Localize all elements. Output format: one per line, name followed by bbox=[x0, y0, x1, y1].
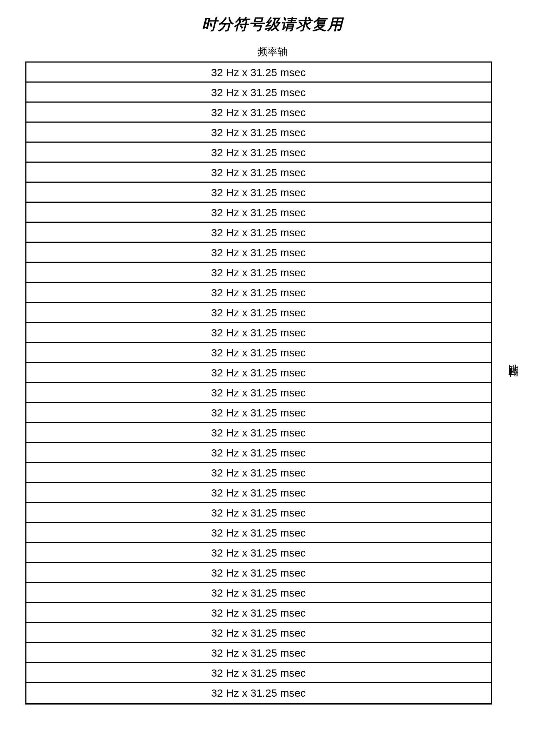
table-row: 32 Hz x 31.25 msec bbox=[26, 683, 491, 703]
table-row: 32 Hz x 31.25 msec bbox=[26, 443, 491, 463]
table-row: 32 Hz x 31.25 msec bbox=[26, 503, 491, 523]
table-row: 32 Hz x 31.25 msec bbox=[26, 343, 491, 363]
table-row: 32 Hz x 31.25 msec bbox=[26, 563, 491, 583]
diagram-title: 时分符号级请求复用 bbox=[14, 14, 531, 34]
frequency-axis-label: 频率轴 bbox=[14, 45, 531, 59]
table-row: 32 Hz x 31.25 msec bbox=[26, 203, 491, 223]
table-row: 32 Hz x 31.25 msec bbox=[26, 463, 491, 483]
table-row: 32 Hz x 31.25 msec bbox=[26, 523, 491, 543]
table-row: 32 Hz x 31.25 msec bbox=[26, 63, 491, 83]
table-row: 32 Hz x 31.25 msec bbox=[26, 83, 491, 103]
table-row: 32 Hz x 31.25 msec bbox=[26, 123, 491, 143]
table-row: 32 Hz x 31.25 msec bbox=[26, 103, 491, 123]
diagram-wrapper: 32 Hz x 31.25 msec32 Hz x 31.25 msec32 H… bbox=[14, 61, 531, 705]
table-row: 32 Hz x 31.25 msec bbox=[26, 263, 491, 283]
table-row: 32 Hz x 31.25 msec bbox=[26, 483, 491, 503]
table-row: 32 Hz x 31.25 msec bbox=[26, 603, 491, 623]
table-row: 32 Hz x 31.25 msec bbox=[26, 303, 491, 323]
table-row: 32 Hz x 31.25 msec bbox=[26, 183, 491, 203]
table-row: 32 Hz x 31.25 msec bbox=[26, 363, 491, 383]
time-axis-label: 时间轴 bbox=[506, 381, 520, 385]
table-row: 32 Hz x 31.25 msec bbox=[26, 543, 491, 563]
table-row: 32 Hz x 31.25 msec bbox=[26, 663, 491, 683]
table-row: 32 Hz x 31.25 msec bbox=[26, 323, 491, 343]
table-row: 32 Hz x 31.25 msec bbox=[26, 243, 491, 263]
table-row: 32 Hz x 31.25 msec bbox=[26, 643, 491, 663]
table-row: 32 Hz x 31.25 msec bbox=[26, 583, 491, 603]
table-row: 32 Hz x 31.25 msec bbox=[26, 383, 491, 403]
table-row: 32 Hz x 31.25 msec bbox=[26, 403, 491, 423]
table-row: 32 Hz x 31.25 msec bbox=[26, 163, 491, 183]
table-row: 32 Hz x 31.25 msec bbox=[26, 223, 491, 243]
table-row: 32 Hz x 31.25 msec bbox=[26, 623, 491, 643]
table-row: 32 Hz x 31.25 msec bbox=[26, 143, 491, 163]
time-frequency-table: 32 Hz x 31.25 msec32 Hz x 31.25 msec32 H… bbox=[25, 61, 492, 705]
table-row: 32 Hz x 31.25 msec bbox=[26, 283, 491, 303]
table-row: 32 Hz x 31.25 msec bbox=[26, 423, 491, 443]
